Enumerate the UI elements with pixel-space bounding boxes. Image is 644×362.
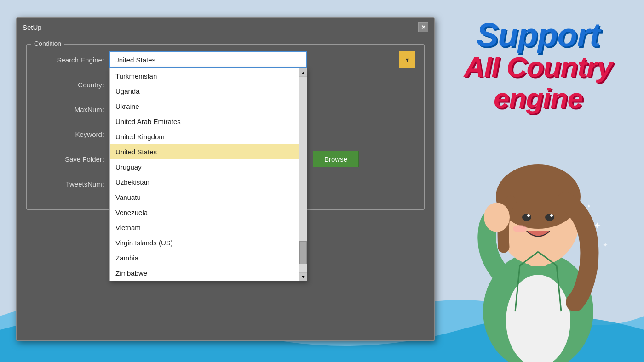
save-folder-label: Save Folder: bbox=[36, 155, 109, 163]
dropdown-items-container: Turkmenistan Uganda Ukraine United Arab … bbox=[110, 68, 299, 281]
search-engine-label: Search Engine: bbox=[36, 56, 109, 64]
dialog-title: SetUp bbox=[23, 23, 42, 31]
list-item[interactable]: Vietnam bbox=[110, 220, 299, 235]
search-engine-input[interactable] bbox=[109, 51, 307, 68]
scroll-down-button[interactable]: ▼ bbox=[299, 272, 307, 281]
list-item[interactable]: Virgin Islands (US) bbox=[110, 235, 299, 250]
svg-point-10 bbox=[484, 203, 510, 232]
list-item[interactable]: Uzbekistan bbox=[110, 175, 299, 190]
scroll-track bbox=[299, 77, 307, 272]
support-title: Support bbox=[477, 18, 600, 51]
svg-text:✦: ✦ bbox=[593, 221, 601, 231]
list-item-selected[interactable]: United States bbox=[110, 144, 299, 159]
list-item[interactable]: United Kingdom bbox=[110, 129, 299, 144]
scrollbar[interactable]: ▲ ▼ bbox=[299, 68, 307, 281]
list-item[interactable]: Zimbabwe bbox=[110, 266, 299, 281]
search-engine-wrap: ▾ Turkmenistan Uganda Ukraine United Ara… bbox=[109, 51, 415, 68]
list-item[interactable]: Zambia bbox=[110, 250, 299, 266]
setup-dialog: SetUp ✕ Condition Search Engine: ▾ bbox=[16, 17, 435, 341]
country-label: Country: bbox=[36, 81, 109, 89]
list-item[interactable]: United Arab Emirates bbox=[110, 114, 299, 129]
svg-text:✦: ✦ bbox=[586, 203, 591, 209]
list-item[interactable]: Ukraine bbox=[110, 99, 299, 114]
maxnum-label: MaxNum: bbox=[36, 106, 109, 113]
dialog-content: Condition Search Engine: ▾ Turkmenistan bbox=[17, 36, 434, 215]
country-dropdown[interactable]: Turkmenistan Uganda Ukraine United Arab … bbox=[109, 68, 307, 281]
dialog-titlebar: SetUp ✕ bbox=[17, 18, 434, 36]
keyword-label: Keyword: bbox=[36, 130, 109, 138]
list-item[interactable]: Uganda bbox=[110, 84, 299, 99]
svg-text:✦: ✦ bbox=[603, 241, 608, 249]
scroll-up-button[interactable]: ▲ bbox=[299, 68, 307, 77]
svg-point-8 bbox=[550, 214, 553, 217]
list-item[interactable]: Vanuatu bbox=[110, 190, 299, 205]
scroll-thumb[interactable] bbox=[299, 241, 307, 264]
search-engine-row: Search Engine: ▾ Turkmenistan Uganda Ukr… bbox=[36, 51, 415, 68]
all-country-title: All Country engine bbox=[432, 51, 644, 114]
svg-point-7 bbox=[527, 214, 530, 217]
tweetsnum-label: TweetsNum: bbox=[36, 180, 109, 188]
list-item[interactable]: Turkmenistan bbox=[110, 68, 299, 84]
condition-group: Condition Search Engine: ▾ Turkmenistan bbox=[26, 44, 425, 210]
character-illustration: ✦ ✦ ✦ bbox=[446, 119, 630, 362]
close-button[interactable]: ✕ bbox=[418, 22, 428, 32]
dropdown-arrow-button[interactable]: ▾ bbox=[399, 51, 415, 68]
list-item[interactable]: Uruguay bbox=[110, 159, 299, 175]
svg-point-5 bbox=[522, 214, 531, 221]
list-item[interactable]: Venezuela bbox=[110, 205, 299, 220]
svg-point-9 bbox=[513, 225, 527, 232]
dropdown-arrow-icon: ▾ bbox=[406, 56, 409, 63]
condition-legend: Condition bbox=[31, 40, 64, 47]
browse-button[interactable]: Browse bbox=[313, 151, 359, 167]
